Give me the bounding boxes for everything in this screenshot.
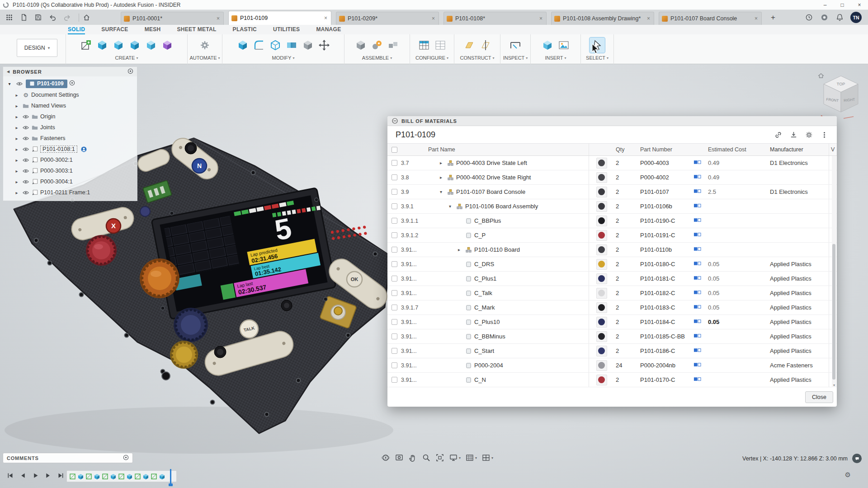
- target-circle-icon[interactable]: [123, 455, 129, 462]
- bom-table-row[interactable]: 3.7 ▸ P000-4003 Drive State Left 2 P000-…: [387, 156, 837, 170]
- expand-arrow-icon[interactable]: ▸: [12, 169, 21, 174]
- close-tab-icon[interactable]: ×: [538, 15, 543, 22]
- collapse-left-icon[interactable]: ◀: [7, 70, 9, 74]
- rigid-group-icon[interactable]: [386, 38, 401, 53]
- browser-item[interactable]: ▸ P000-3004:1: [3, 176, 137, 187]
- expand-arrow-icon[interactable]: ▸: [12, 136, 21, 141]
- ribbon-group-label[interactable]: CONFIGURE ▾: [415, 55, 448, 61]
- ribbon-tab[interactable]: MANAGE: [316, 25, 341, 34]
- share-link-icon[interactable]: [774, 130, 783, 139]
- automate-icon[interactable]: [197, 38, 212, 53]
- bom-table-row[interactable]: 3.91... P000-2004 24 P000-2004nb Acme Fa…: [387, 358, 837, 373]
- expand-arrow-icon[interactable]: ▸: [458, 247, 465, 252]
- skip-end-icon[interactable]: [56, 471, 65, 480]
- extrude-icon[interactable]: [111, 38, 126, 53]
- browser-item[interactable]: ▸ P101-0211 Frame:1: [3, 187, 137, 198]
- row-checkbox[interactable]: [392, 174, 397, 180]
- maximize-button[interactable]: □: [834, 0, 851, 9]
- browser-header[interactable]: ◀ BROWSER: [3, 67, 137, 76]
- look-at-icon[interactable]: [395, 453, 404, 462]
- close-tab-icon[interactable]: ×: [431, 15, 436, 22]
- bom-table-row[interactable]: 3.9 ▾ P101-0107 Board Console 2 P101-010…: [387, 185, 837, 199]
- shell-icon[interactable]: [268, 38, 283, 53]
- bom-table-row[interactable]: 3.91... ▸ P101-0110 Board 2 P101-0110b: [387, 243, 837, 257]
- comments-panel[interactable]: COMMENTS: [3, 453, 133, 463]
- ribbon-tab[interactable]: SURFACE: [101, 25, 128, 34]
- expand-arrow-icon[interactable]: ▸: [12, 125, 21, 130]
- bom-table-row[interactable]: 3.91... C_Plus10 2 P101-0184-C 0.05 Appl…: [387, 315, 837, 329]
- expand-arrow-icon[interactable]: ▸: [12, 190, 21, 195]
- preferences-gear-icon[interactable]: ⚙: [845, 471, 851, 479]
- file-icon[interactable]: [19, 13, 28, 22]
- document-tab[interactable]: P101-0107 Board Console ×: [659, 12, 762, 25]
- workspace-selector[interactable]: DESIGN ▾: [17, 39, 57, 57]
- ribbon-group-label[interactable]: SELECT ▾: [586, 55, 609, 61]
- row-checkbox[interactable]: [392, 276, 397, 282]
- bom-panel-header[interactable]: BILL OF MATERIALS: [387, 116, 837, 126]
- joint-icon[interactable]: [369, 38, 385, 53]
- clock-icon[interactable]: [804, 13, 813, 22]
- minimize-button[interactable]: –: [816, 0, 834, 9]
- avatar[interactable]: TN: [850, 12, 862, 23]
- expand-arrow-icon[interactable]: ▸: [12, 114, 21, 119]
- activate-component-icon[interactable]: [69, 80, 75, 87]
- browser-item[interactable]: ▸ P101-0108:1: [3, 144, 137, 155]
- zoom-icon[interactable]: [422, 453, 431, 462]
- row-checkbox[interactable]: [392, 333, 397, 339]
- ribbon-group-label[interactable]: CONSTRUCT ▾: [460, 55, 494, 61]
- insert-derive-icon[interactable]: [540, 38, 555, 53]
- redo-icon[interactable]: [62, 13, 71, 22]
- pan-icon[interactable]: [408, 453, 417, 462]
- create-sketch-icon[interactable]: [78, 38, 94, 53]
- row-checkbox[interactable]: [392, 290, 397, 296]
- revolve-icon[interactable]: [127, 38, 142, 53]
- bom-table-row[interactable]: 3.91... C_Start 2 P101-0186-C Applied Pl…: [387, 344, 837, 358]
- expand-arrow-icon[interactable]: ▸: [12, 158, 21, 163]
- expand-arrow-icon[interactable]: ▸: [12, 179, 21, 184]
- expand-arrow-icon[interactable]: ▸: [440, 175, 447, 180]
- step-forward-icon[interactable]: [43, 471, 52, 480]
- bom-table-row[interactable]: 3.91... C_BBMinus 2 P101-0185-C-BB Appli…: [387, 329, 837, 344]
- form-icon[interactable]: [160, 38, 175, 53]
- close-tab-icon[interactable]: ×: [754, 15, 759, 22]
- ribbon-group-label[interactable]: INSPECT ▾: [503, 55, 528, 61]
- skip-start-icon[interactable]: [5, 471, 14, 480]
- bom-table-row[interactable]: 3.91... C_Plus1 2 P101-0181-C 0.05 Appli…: [387, 272, 837, 286]
- close-button[interactable]: Close: [805, 391, 833, 403]
- fillet-icon[interactable]: [251, 38, 267, 53]
- target-circle-icon[interactable]: [127, 68, 133, 75]
- move-icon[interactable]: [316, 38, 332, 53]
- row-checkbox[interactable]: [392, 218, 397, 224]
- comment-bubble-icon[interactable]: [852, 454, 862, 463]
- scroll-down-icon[interactable]: ▾: [832, 383, 836, 387]
- expand-arrow-icon[interactable]: ▸: [440, 160, 447, 165]
- bom-table-row[interactable]: 3.9.1 ▾ P101-0106 Board Assembly 2 P101-…: [387, 199, 837, 214]
- row-checkbox[interactable]: [392, 232, 397, 238]
- scrollbar-thumb[interactable]: [832, 244, 835, 380]
- press-pull-icon[interactable]: [235, 38, 250, 53]
- row-checkbox[interactable]: [392, 305, 397, 310]
- visibility-eye-icon[interactable]: [15, 81, 24, 86]
- timeline-feature-icon[interactable]: [69, 473, 76, 480]
- step-back-icon[interactable]: [18, 471, 27, 480]
- row-checkbox[interactable]: [392, 247, 397, 253]
- row-checkbox[interactable]: [392, 203, 397, 209]
- timeline-feature-icon[interactable]: [151, 473, 157, 480]
- visibility-eye-icon[interactable]: [21, 169, 30, 174]
- timeline-feature-icon[interactable]: [85, 473, 92, 480]
- timeline-feature-icon[interactable]: [134, 473, 141, 480]
- display-settings-icon[interactable]: ▾: [449, 453, 461, 462]
- browser-item[interactable]: ▸ ⚙ Document Settings: [3, 89, 137, 100]
- close-tab-icon[interactable]: ×: [646, 15, 651, 22]
- expand-arrow-icon[interactable]: ▸: [12, 147, 21, 152]
- browser-item[interactable]: ▸ Joints: [3, 122, 137, 133]
- expand-arrow-icon[interactable]: ▸: [12, 103, 21, 108]
- row-checkbox[interactable]: [392, 319, 397, 325]
- timeline-feature-icon[interactable]: [94, 473, 100, 480]
- select-all-checkbox[interactable]: [392, 147, 397, 153]
- timeline-feature-icon[interactable]: [118, 473, 125, 480]
- ribbon-tab[interactable]: MESH: [145, 25, 161, 34]
- ribbon-group-label[interactable]: MODIFY ▾: [272, 55, 295, 61]
- ribbon-tab[interactable]: PLASTIC: [233, 25, 257, 34]
- browser-item[interactable]: ▸ Origin: [3, 111, 137, 122]
